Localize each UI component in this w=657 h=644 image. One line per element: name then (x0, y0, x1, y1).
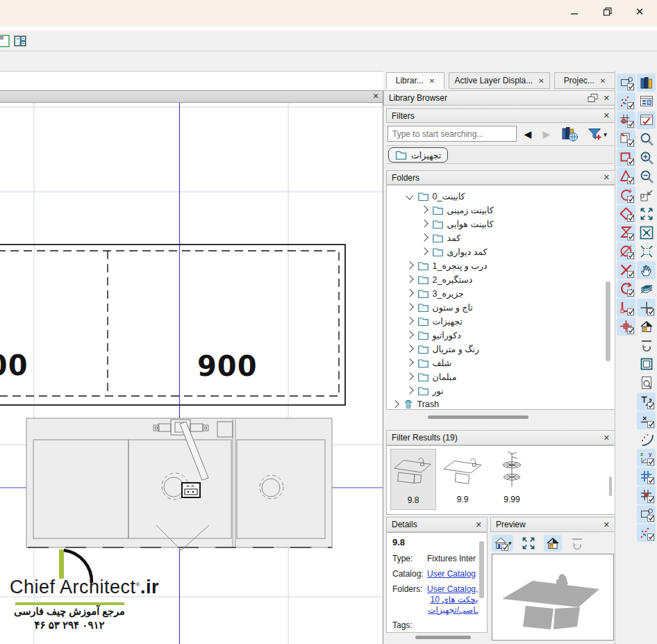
chevron-right-icon[interactable] (420, 206, 428, 214)
tree-item-folder[interactable]: درب و پنجره_1 (387, 258, 615, 272)
preview-close-icon[interactable]: ✕ (604, 520, 610, 529)
tree-item-folder[interactable]: کمد دیواری (387, 245, 615, 258)
tree-item-folder[interactable]: دستگیره_2 (387, 272, 615, 286)
undo-zoom-button[interactable] (637, 186, 656, 204)
chevron-right-icon[interactable] (406, 359, 413, 367)
tree-item-folder[interactable]: کابینت هوایی (387, 217, 615, 231)
result-item-9.9[interactable]: 9.9 (440, 449, 485, 510)
spray-arc-button[interactable] (637, 430, 656, 448)
circle-tool-button[interactable] (617, 186, 635, 204)
chevron-right-icon[interactable] (406, 331, 413, 339)
diamond-tool-button[interactable] (617, 205, 635, 223)
close-button[interactable]: ✕ (629, 3, 650, 21)
zoom-out-button[interactable] (637, 167, 656, 185)
minimize-button[interactable] (564, 3, 585, 21)
chevron-right-icon[interactable] (406, 290, 413, 297)
chevron-right-icon[interactable] (420, 234, 428, 242)
fill-window-building-button[interactable] (637, 224, 656, 242)
tile-windows-button[interactable] (12, 33, 28, 49)
rectangle-tool-button[interactable] (637, 355, 656, 373)
chevron-right-icon[interactable] (406, 304, 413, 311)
rotate-arc-tool-button[interactable] (617, 280, 635, 298)
tab-project[interactable]: Projec...✕ (554, 72, 615, 89)
tab-close-icon[interactable]: ✕ (429, 77, 435, 85)
chevron-right-icon[interactable] (406, 373, 413, 381)
point-marker-button[interactable] (637, 411, 656, 429)
rotate-plan-view-button[interactable] (637, 336, 656, 354)
chevron-right-icon[interactable] (406, 345, 413, 353)
tree-item-folder[interactable]: کمد (387, 231, 615, 245)
tree-item-folder[interactable]: شلف (387, 356, 615, 370)
grid-reference-button[interactable] (637, 486, 656, 504)
display-options-button[interactable] (637, 111, 656, 129)
tree-item-folder[interactable]: کابینت_0 (387, 189, 615, 203)
filter-results-close-icon[interactable]: ✕ (604, 434, 610, 443)
tree-item-folder[interactable]: رنگ و متریال (387, 342, 615, 356)
restore-button[interactable] (597, 3, 618, 21)
search-input[interactable] (388, 126, 517, 142)
move-point-tool-button[interactable] (617, 317, 635, 336)
no-circle-tool-button[interactable] (617, 242, 635, 261)
tab-active-layer-display[interactable]: Active Layer Displa...✕ (449, 72, 550, 89)
fill-window-preview-button[interactable] (519, 535, 538, 552)
filter-chip[interactable]: تجهیزات (388, 147, 448, 163)
text-leader-button[interactable] (637, 393, 656, 411)
pan-window-button[interactable] (637, 261, 656, 279)
tree-item-folder[interactable]: جزیره_3 (387, 286, 615, 300)
camera-house-preview-button[interactable] (544, 535, 562, 552)
scatter-edit-button[interactable] (637, 524, 656, 542)
camera-house-button[interactable] (637, 317, 656, 336)
folders-vscrollbar[interactable] (606, 281, 610, 361)
catalog-link[interactable]: User Catalog (427, 569, 476, 579)
details-vscrollbar[interactable] (479, 541, 484, 598)
scatter-edit-button[interactable] (617, 92, 635, 110)
folders-link[interactable]: User Catalog, (427, 584, 478, 595)
tree-item-folder[interactable]: تاج و ستون (387, 300, 615, 314)
chevron-right-icon[interactable] (406, 276, 413, 283)
search-forward-button[interactable]: ▶ (539, 126, 554, 141)
delete-x-tool-button[interactable] (617, 261, 635, 279)
library-browser-close-icon[interactable]: ✕ (604, 94, 610, 103)
layer-display-options-button[interactable] (637, 92, 656, 110)
preview-viewport[interactable] (492, 554, 614, 641)
grid-display-button[interactable] (637, 468, 656, 486)
tree-item-folder[interactable]: تجهیزات (387, 314, 615, 328)
chevron-right-icon[interactable] (420, 248, 428, 256)
float-window-icon[interactable] (587, 93, 598, 103)
zoom-in-button[interactable] (637, 149, 656, 167)
plan-preview-button[interactable] (637, 374, 656, 392)
tab-close-icon[interactable]: ✕ (600, 77, 606, 85)
folders-link[interactable]: ـاصی/تجهیزات (427, 605, 478, 616)
tree-item-folder[interactable]: دکوراتیو (387, 328, 615, 342)
rect-tool-red-button[interactable] (617, 149, 635, 167)
rotate-plan-view-preview-button[interactable] (568, 535, 586, 552)
core-catalogs-button[interactable] (561, 126, 579, 145)
copy-objects-button[interactable] (617, 130, 635, 148)
tab-close-icon[interactable]: ✕ (538, 77, 544, 85)
chevron-right-icon[interactable] (420, 220, 428, 228)
filters-close-icon[interactable]: ✕ (604, 111, 610, 120)
cross-hair-button[interactable] (637, 299, 656, 317)
chevron-down-icon[interactable] (406, 192, 413, 200)
bowtie-tool-button[interactable] (617, 224, 635, 242)
layers-button[interactable] (637, 280, 656, 298)
tree-item-folder[interactable]: نور (387, 383, 615, 397)
result-item-9.8[interactable]: 9.8 (390, 449, 436, 510)
folders-link[interactable]: بچکت های 10 (427, 595, 478, 605)
tab-library[interactable]: Librar...✕ (386, 72, 444, 89)
zoom-selected-button[interactable] (637, 242, 656, 261)
folders-close-icon[interactable]: ✕ (604, 173, 610, 182)
triangle-tool-button[interactable] (617, 167, 635, 185)
tree-item-folder[interactable]: مبلمان (387, 370, 615, 383)
corner-tool-button[interactable] (617, 299, 635, 317)
chevron-right-icon[interactable] (406, 262, 413, 270)
plan-window-titlebar[interactable] (0, 90, 383, 103)
filter-menu-button[interactable]: ▾ (587, 126, 607, 142)
plan-window-close-button[interactable]: ✕ (369, 91, 382, 101)
folders-hscrollbar[interactable] (428, 415, 529, 419)
plan-canvas[interactable]: 900 900 Chief Architect®.ir مرجع آموزش چ… (0, 103, 383, 644)
library-browser-button[interactable] (637, 74, 656, 92)
chevron-right-icon[interactable] (406, 387, 413, 395)
grid-point-button[interactable] (617, 111, 635, 129)
details-close-icon[interactable]: ✕ (476, 520, 482, 529)
